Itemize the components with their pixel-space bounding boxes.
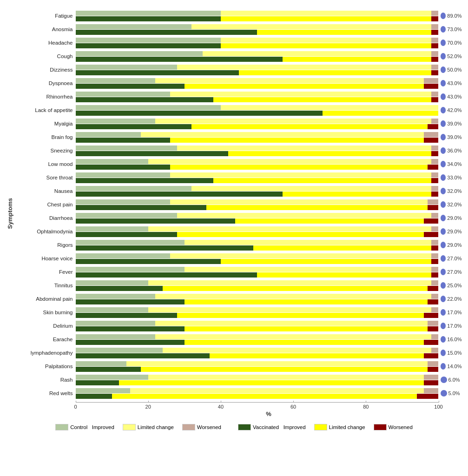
seg-worsened (431, 70, 439, 75)
seg-limited (163, 286, 428, 291)
seg-limited (185, 240, 431, 245)
seg-worsened (428, 299, 438, 304)
pct-text: 33.0% (447, 175, 461, 180)
seg-limited (155, 294, 431, 299)
chart-inner: Fatigue89.0%Anosmia73.0%Headache70.0%Cou… (15, 9, 462, 417)
seg-worsened (431, 294, 439, 299)
seg-worsened (431, 92, 439, 97)
legend-worsened-vaccinated: Worsened (374, 424, 413, 430)
row-label: Lack of appetite (15, 107, 76, 113)
pct-circle (441, 296, 446, 302)
row-label: Delirium (15, 323, 76, 329)
x-tick-label: 60 (290, 404, 296, 410)
pct-text: 29.0% (447, 242, 461, 248)
x-tick-line (221, 401, 221, 403)
bar-row (76, 151, 439, 156)
chart-area: Symptoms Fatigue89.0%Anosmia73.0%Headach… (7, 9, 462, 417)
pct-label: 43.0% (439, 93, 462, 100)
row-label: Brain fog (15, 134, 76, 140)
seg-improved (76, 92, 170, 97)
chart-row: Sneezing36.0% (15, 144, 462, 157)
seg-improved (76, 253, 170, 258)
chart-row: Sore throat33.0% (15, 171, 462, 184)
seg-limited (155, 321, 428, 326)
pct-label: 33.0% (439, 174, 462, 181)
seg-limited (141, 132, 424, 137)
seg-improved (76, 367, 141, 372)
bar-row (76, 43, 439, 48)
pct-text: 5.0% (448, 390, 460, 396)
pct-label: 6.0% (439, 377, 462, 383)
seg-worsened (431, 334, 439, 339)
chart-row: Dizziness50.0% (15, 63, 462, 76)
x-tick-line (76, 401, 76, 403)
legend-label-limited-change-control: Limited change (138, 424, 174, 430)
bar-row (76, 380, 439, 385)
seg-worsened (431, 16, 439, 21)
bar-group (76, 185, 439, 198)
seg-improved (76, 340, 185, 345)
legend-swatch-limited-change-vaccinated (314, 424, 327, 430)
seg-worsened (431, 38, 439, 43)
pct-label: 14.0% (439, 363, 462, 370)
seg-limited (228, 151, 431, 156)
bar-row (76, 232, 439, 237)
pct-label: 27.0% (439, 269, 462, 275)
pct-circle (441, 363, 446, 370)
chart-row: Chest pain32.0% (15, 198, 462, 211)
row-label: Sneezing (15, 148, 76, 153)
seg-improved (76, 259, 221, 264)
seg-improved (76, 286, 163, 291)
row-label: Cough (15, 53, 76, 59)
seg-improved (76, 353, 210, 358)
bar-row (76, 267, 439, 272)
legend-swatch-limited-change-control (123, 424, 136, 430)
x-tick-line (439, 401, 439, 403)
bar-row (76, 97, 439, 102)
x-tick-label: 0 (74, 404, 77, 410)
seg-limited (257, 272, 431, 278)
chart-row: Cough52.0% (15, 50, 462, 63)
seg-improved (76, 380, 119, 385)
rows-area: Fatigue89.0%Anosmia73.0%Headache70.0%Cou… (15, 9, 462, 400)
pct-circle (441, 134, 446, 140)
pct-label: 29.0% (439, 228, 462, 235)
pct-label: 22.0% (439, 296, 462, 302)
pct-label: 42.0% (439, 107, 462, 113)
pct-text: 89.0% (447, 13, 461, 19)
pct-text: 43.0% (447, 80, 461, 86)
bar-row (76, 340, 439, 345)
x-tick-label: 20 (145, 404, 151, 410)
bar-group (76, 387, 439, 400)
x-axis-label: % (76, 410, 462, 417)
seg-limited (203, 51, 431, 56)
x-tick-line (148, 401, 149, 403)
bar-row (76, 199, 439, 205)
pct-text: 32.0% (447, 202, 461, 207)
seg-improved (76, 334, 156, 339)
pct-circle (441, 40, 446, 46)
bar-row (76, 394, 439, 399)
pct-circle (441, 390, 447, 397)
chart-row: Diarrhoea29.0% (15, 212, 462, 225)
seg-worsened (428, 326, 438, 331)
seg-limited (130, 388, 424, 393)
bar-group (76, 158, 439, 171)
pct-text: 39.0% (447, 134, 461, 140)
seg-worsened (424, 78, 438, 83)
pct-label: 29.0% (439, 242, 462, 248)
pct-label: 15.0% (439, 350, 462, 356)
pct-label: 50.0% (439, 66, 462, 73)
bar-group (76, 117, 439, 130)
bar-row (76, 192, 439, 197)
bar-group (76, 77, 439, 90)
seg-limited (185, 267, 431, 272)
bar-group (76, 104, 439, 117)
legend-swatch-worsened-control (182, 424, 195, 430)
row-label: Sore throat (15, 175, 76, 180)
pct-text: 32.0% (447, 188, 461, 194)
bar-row (76, 186, 439, 191)
seg-improved (76, 119, 156, 124)
bar-row (76, 105, 439, 110)
seg-improved (76, 348, 163, 353)
